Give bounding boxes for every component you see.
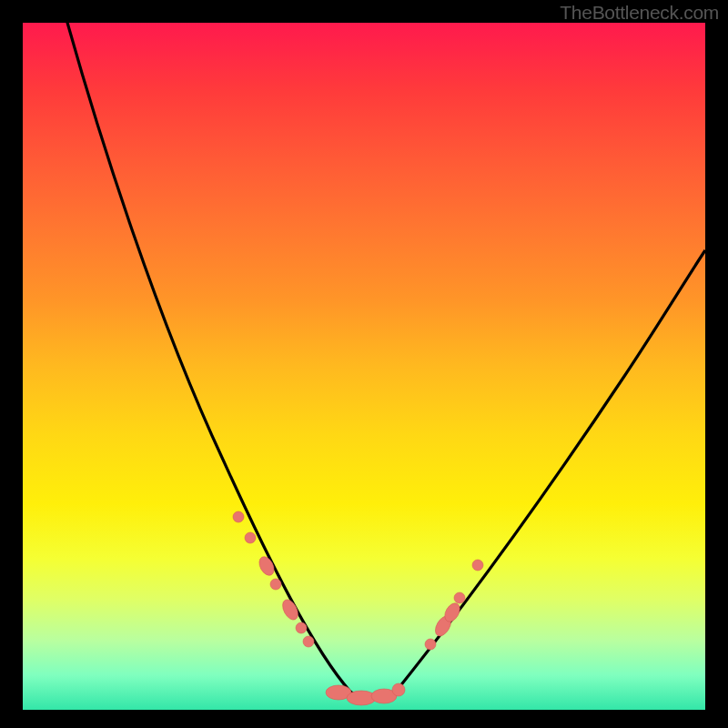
plot-gradient-background <box>23 23 705 710</box>
chart-container: TheBottleneck.com <box>0 0 728 728</box>
watermark-text: TheBottleneck.com <box>560 2 719 24</box>
